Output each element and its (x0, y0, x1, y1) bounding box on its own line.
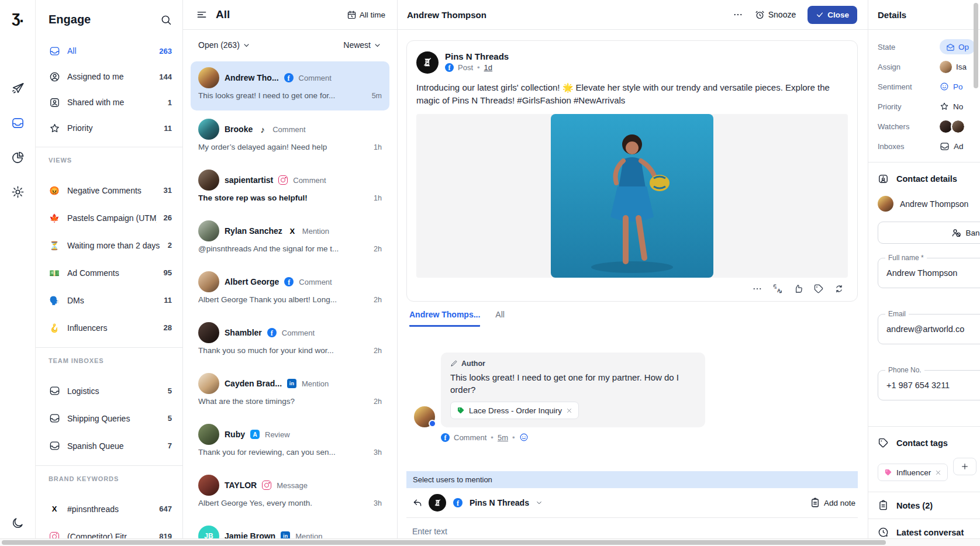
sidebar-item-waiting[interactable]: ⏳ Waiting more than 2 days 2 (36, 231, 182, 259)
contact-tag-chip[interactable]: Influencer (878, 464, 948, 481)
sidebar-item-ad-comments[interactable]: 💵 Ad Comments 95 (36, 259, 182, 286)
conversation-item-sapientartist[interactable]: sapientartist Comment The store rep was … (183, 164, 397, 215)
status-filter-dropdown[interactable]: Open (263) (198, 40, 251, 50)
message-preview: @pinsnthreads And the signal for me t... (198, 244, 368, 253)
more-options-icon[interactable] (752, 284, 762, 294)
sidebar-item-dms[interactable]: 🗣️ DMs 11 (36, 286, 182, 314)
sidebar-item-all[interactable]: All 263 (36, 38, 182, 64)
sidebar-item-negative-comments[interactable]: 😡 Negative Comments 31 (36, 177, 182, 204)
vertical-scrollbar-thumb[interactable] (974, 3, 978, 88)
reply-text-input[interactable] (412, 527, 839, 536)
comment-time-link[interactable]: 5m (498, 433, 508, 442)
conversation-item-ruby[interactable]: Ruby Review Thank you for reviewing, can… (183, 418, 397, 469)
conversation-item-andrew[interactable]: Andrew Tho... Comment This looks great! … (191, 61, 389, 110)
horizontal-scrollbar-thumb[interactable] (2, 540, 886, 545)
add-tag-button[interactable] (953, 458, 976, 475)
sidebar-section-brand-keywords: BRAND KEYWORDS #pinsnthreads 647 (Compet… (36, 465, 182, 546)
phone-field[interactable]: Phone No. +1 987 654 3211 (878, 370, 980, 400)
conversation-item-brooke[interactable]: Brooke Comment My order’s delayed again!… (183, 113, 397, 164)
settings-gear-icon[interactable] (11, 185, 25, 199)
conversation-item-taylor[interactable]: TAYLOR Message Albert George Yes, every … (183, 469, 397, 520)
more-options-icon[interactable] (733, 9, 743, 20)
time-filter-button[interactable]: All time (347, 10, 385, 20)
inbox-icon (940, 141, 950, 151)
remove-tag-icon[interactable] (935, 469, 941, 476)
engage-inbox-icon[interactable] (11, 116, 25, 130)
publish-icon[interactable] (11, 82, 25, 95)
close-button[interactable]: Close (808, 6, 857, 24)
like-thumb-icon[interactable] (793, 284, 803, 294)
facebook-badge-icon (429, 420, 436, 427)
conversation-tag-chip[interactable]: Lace Dress - Order Inquiry (450, 402, 579, 419)
conversation-item-shambler[interactable]: Shambler Comment Thank you so much for y… (183, 316, 397, 367)
sort-dropdown[interactable]: Newest (343, 40, 382, 50)
tag-icon[interactable] (813, 284, 824, 294)
priority-value[interactable]: No (940, 102, 963, 111)
alarm-clock-icon (755, 10, 765, 20)
sidebar-item-pinsnthreads-keyword[interactable]: #pinsnthreads 647 (36, 495, 182, 523)
repost-icon[interactable] (834, 284, 844, 294)
remove-tag-icon[interactable] (566, 407, 572, 414)
pink-tag-icon (884, 468, 892, 476)
ban-user-icon (951, 227, 961, 238)
sidebar-item-shared[interactable]: Shared with me 1 (36, 89, 182, 115)
person-circle-icon (49, 71, 60, 82)
facebook-icon (445, 63, 454, 72)
sidebar-item-logistics[interactable]: Logistics 5 (36, 377, 182, 405)
mention-banner[interactable]: Select users to mention (406, 471, 858, 488)
sidebar-item-influencers[interactable]: 🪝 Influencers 28 (36, 314, 182, 341)
add-note-button[interactable]: Add note (810, 497, 855, 508)
snooze-button[interactable]: Snooze (755, 10, 796, 20)
notes-section[interactable]: Notes (2) (868, 492, 980, 519)
post-media-strip (416, 114, 848, 278)
sidebar-item-label: #pinsnthreads (67, 504, 152, 514)
sidebar-item-priority[interactable]: Priority 11 (36, 115, 182, 141)
section-title: TEAM INBOXES (36, 353, 182, 369)
sidebar-item-shipping-queries[interactable]: Shipping Queries 5 (36, 405, 182, 432)
add-reaction-smiley-icon[interactable] (519, 433, 529, 442)
contact-tags-section: Contact tags Influencer (868, 426, 980, 492)
contact-details-title: Contact details (896, 174, 957, 184)
details-title: Details (878, 10, 906, 20)
full-name-field[interactable]: Full name * Andrew Thompson (878, 258, 980, 288)
assignee-value[interactable]: Isa (940, 61, 967, 73)
conversation-item-cayden[interactable]: Cayden Brad... Mention What are the stor… (183, 367, 397, 418)
sidebar-item-assigned[interactable]: Assigned to me 144 (36, 64, 182, 89)
ban-user-button[interactable]: Ban (878, 222, 980, 244)
sidebar-item-label: Shared with me (67, 98, 161, 107)
angry-face-icon: 😡 (49, 186, 60, 195)
translate-icon[interactable] (772, 284, 783, 294)
dark-mode-moon-icon[interactable] (11, 517, 24, 530)
conversation-item-rylan[interactable]: Rylan Sanchez Mention @pinsnthreads And … (183, 215, 397, 265)
post-photo[interactable] (551, 114, 713, 278)
list-toggle-icon[interactable] (196, 9, 208, 20)
analytics-icon[interactable] (11, 151, 25, 164)
search-icon[interactable] (160, 14, 172, 26)
section-title: VIEWS (36, 152, 182, 168)
avatar (198, 475, 219, 496)
chevron-down-icon[interactable] (535, 499, 543, 507)
conversation-item-albert[interactable]: Albert George Comment Albert George Than… (183, 265, 397, 316)
property-label: Priority (878, 102, 940, 111)
message-type: Comment (293, 176, 326, 185)
email-field[interactable]: Email andrew@artworld.co (878, 314, 980, 344)
message-type: Comment (299, 278, 332, 286)
sidebar-item-pastels-campaign[interactable]: 🍁 Pastels Campaign (UTM) 26 (36, 204, 182, 231)
calendar-icon (347, 10, 357, 20)
sidebar-item-spanish-queue[interactable]: Spanish Queue 7 (36, 432, 182, 459)
timestamp: 1h (374, 194, 382, 202)
state-pill[interactable]: Op (940, 39, 975, 54)
inboxes-value[interactable]: Ad (940, 141, 964, 151)
post-time-link[interactable]: 1d (484, 63, 492, 72)
reply-arrow-icon[interactable] (412, 497, 423, 508)
tab-andrew-thompson[interactable]: Andrew Thomps... (409, 310, 480, 327)
tab-all[interactable]: All (495, 310, 505, 327)
sentiment-value[interactable]: Po (940, 82, 963, 91)
chevron-down-icon (373, 41, 382, 50)
watchers-value[interactable] (940, 120, 964, 133)
horizontal-scrollbar[interactable] (0, 538, 980, 546)
instagram-icon (278, 175, 288, 185)
priority-label: No (953, 102, 963, 111)
contact-name: Shambler (225, 328, 262, 337)
tag-label: Lace Dress - Order Inquiry (469, 406, 562, 415)
